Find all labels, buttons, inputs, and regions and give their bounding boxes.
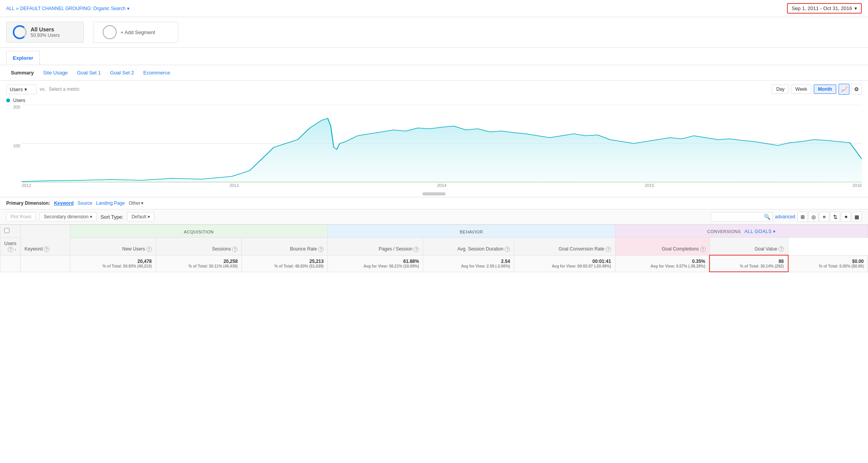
- sub-tabs: Summary Site Usage Goal Set 1 Goal Set 2…: [0, 65, 868, 81]
- total-goal-value: $0.00 % of Total: 0.00% ($0.00): [788, 255, 868, 272]
- add-segment-button[interactable]: + Add Segment: [93, 22, 178, 43]
- acquisition-group-header: Acquisition: [70, 225, 327, 238]
- sub-tab-goal-set-2[interactable]: Goal Set 2: [105, 68, 138, 77]
- grid-view-btn[interactable]: ⊞: [797, 212, 808, 222]
- bounce-rate-help-icon[interactable]: ?: [318, 247, 324, 252]
- add-segment-circle-icon: [103, 25, 117, 39]
- time-btn-day[interactable]: Day: [772, 85, 789, 94]
- sub-tab-summary[interactable]: Summary: [6, 68, 38, 77]
- total-pages-avg: Avg for View: 2.59 (-2.06%): [427, 264, 510, 268]
- users-col-header[interactable]: Users ? ↓: [0, 238, 21, 256]
- dim-other-dropdown[interactable]: Other ▾: [129, 200, 143, 206]
- all-users-segment[interactable]: All Users 50.93% Users: [6, 22, 84, 43]
- goal-completions-col-header[interactable]: Goal Completions ?: [615, 238, 710, 256]
- vs-label: vs.: [40, 86, 46, 92]
- pie-view-btn[interactable]: ◎: [808, 212, 818, 222]
- legend-label: Users: [13, 98, 25, 103]
- bounce-rate-col-header[interactable]: Bounce Rate ?: [242, 238, 328, 256]
- total-label-cell: [21, 255, 70, 272]
- select-metric[interactable]: Select a metric: [49, 86, 79, 92]
- total-avg-session: 00:01:41 Avg for View: 00:02:07 (-20.49%…: [514, 255, 615, 272]
- pages-session-help-icon[interactable]: ?: [413, 247, 419, 252]
- select-all-checkbox[interactable]: [4, 228, 9, 233]
- new-users-col-header[interactable]: New Users ?: [70, 238, 156, 256]
- goal-completions-help-icon[interactable]: ?: [700, 247, 706, 252]
- goal-value-col-header[interactable]: Goal Value ?: [710, 238, 788, 256]
- time-btn-month[interactable]: Month: [814, 85, 836, 94]
- data-table-wrapper: Keyword ? Acquisition Behavior Conversio…: [0, 225, 868, 272]
- goal-conv-rate-help-icon[interactable]: ?: [606, 247, 611, 252]
- scroll-indicator[interactable]: [0, 192, 868, 195]
- bar-view-btn[interactable]: ≡: [819, 212, 829, 222]
- sort-arrow-icon: ↓: [14, 247, 16, 251]
- metric-dropdown[interactable]: Users ▾: [6, 85, 37, 94]
- chart-type-buttons: 📈 ⚙: [839, 84, 862, 95]
- line-chart-btn[interactable]: 📈: [839, 84, 849, 95]
- sessions-help-icon[interactable]: ?: [232, 247, 238, 252]
- avg-session-help-icon[interactable]: ?: [505, 247, 510, 252]
- dim-landing-page[interactable]: Landing Page: [96, 200, 125, 206]
- table-controls-right: 🔍 advanced ⊞ ◎ ≡ ⇅ ✦ ▦: [711, 212, 862, 222]
- plot-rows-button: Plot Rows: [6, 212, 36, 221]
- avg-session-col-header[interactable]: Avg. Session Duration ?: [423, 238, 514, 256]
- keyword-header[interactable]: Keyword ?: [21, 225, 70, 256]
- y-label-100: 100: [6, 143, 20, 148]
- data-table: Keyword ? Acquisition Behavior Conversio…: [0, 225, 868, 272]
- chart-legend: Users: [6, 98, 862, 103]
- primary-dim-label: Primary Dimension:: [6, 200, 50, 206]
- explorer-tabs: Explorer: [0, 48, 868, 65]
- breadcrumb-all[interactable]: ALL: [6, 6, 14, 11]
- breadcrumb-dropdown[interactable]: ▾: [127, 6, 129, 11]
- sub-tab-goal-set-1[interactable]: Goal Set 1: [72, 68, 105, 77]
- total-bounce-avg: Avg for View: 56.21% (10.09%): [332, 264, 419, 268]
- new-users-help-icon[interactable]: ?: [146, 247, 152, 252]
- search-icon[interactable]: 🔍: [764, 214, 770, 220]
- breadcrumb-sep: »: [16, 6, 19, 11]
- total-new-users-pct: % of Total: 50.11% (40,430): [160, 264, 238, 268]
- breadcrumb-channel[interactable]: DEFAULT CHANNEL GROUPING: Organic Search: [20, 6, 126, 11]
- x-label-2015: 2015: [645, 183, 654, 188]
- total-conv-rate-avg: Avg for View: 0.57% (-38.28%): [619, 264, 705, 268]
- total-sessions: 25,213 % of Total: 48.83% (51,639): [242, 255, 328, 272]
- advanced-filter-link[interactable]: advanced: [775, 214, 795, 219]
- x-label-2014: 2014: [437, 183, 446, 188]
- time-btn-week[interactable]: Week: [791, 85, 811, 94]
- x-label-2016: 2016: [852, 183, 862, 188]
- table-controls: Plot Rows Secondary dimension ▾ Sort Typ…: [0, 209, 868, 225]
- table-search-input[interactable]: [711, 212, 773, 221]
- checkbox-header[interactable]: [0, 225, 21, 238]
- total-completions-pct: % of Total: 30.14% (292): [714, 264, 784, 268]
- total-users-pct: % of Total: 50.93% (40,210): [74, 264, 152, 268]
- sessions-col-header[interactable]: Sessions ?: [156, 238, 242, 256]
- tab-explorer[interactable]: Explorer: [6, 51, 40, 65]
- top-bar: ALL » DEFAULT CHANNEL GROUPING: Organic …: [0, 0, 868, 17]
- sub-tab-ecommerce[interactable]: Ecommerce: [139, 68, 175, 77]
- users-help-icon[interactable]: ?: [8, 247, 13, 252]
- percent-view-btn[interactable]: ▦: [852, 212, 862, 222]
- total-new-users: 20,258 % of Total: 50.11% (40,430): [156, 255, 242, 272]
- y-label-200: 200: [6, 105, 20, 109]
- x-axis-labels: 2012 2013 2014 2015 2016: [6, 182, 862, 188]
- dim-keyword[interactable]: Keyword: [54, 200, 74, 206]
- compare-view-btn[interactable]: ⇅: [830, 212, 840, 222]
- scatter-chart-btn[interactable]: ⚙: [851, 84, 862, 95]
- dim-source[interactable]: Source: [78, 200, 92, 206]
- chart-controls: Users ▾ vs. Select a metric Day Week Mon…: [0, 81, 868, 98]
- keyword-help-icon[interactable]: ?: [44, 247, 49, 252]
- scroll-thumb[interactable]: [422, 192, 446, 195]
- secondary-dimension-button[interactable]: Secondary dimension ▾: [40, 212, 96, 221]
- pivot-view-btn[interactable]: ✦: [841, 212, 851, 222]
- goal-value-help-icon[interactable]: ?: [778, 246, 784, 252]
- sort-type-label: Sort Type:: [100, 214, 123, 220]
- metric-selector: Users ▾ vs. Select a metric: [6, 85, 79, 94]
- sub-tab-site-usage[interactable]: Site Usage: [38, 68, 72, 77]
- all-goals-dropdown[interactable]: All Goals ▾: [744, 229, 776, 234]
- segment-sub: 50.93% Users: [31, 33, 60, 38]
- pages-session-col-header[interactable]: Pages / Session ?: [328, 238, 423, 256]
- breadcrumb: ALL » DEFAULT CHANNEL GROUPING: Organic …: [6, 6, 129, 11]
- date-range-picker[interactable]: Sep 1, 2011 - Oct 31, 2016 ▾: [787, 3, 862, 14]
- sort-type-button[interactable]: Default ▾: [127, 212, 154, 221]
- goal-conv-rate-col-header[interactable]: Goal Conversion Rate ?: [514, 238, 615, 256]
- time-controls: Day Week Month 📈 ⚙: [772, 84, 862, 95]
- behavior-group-header: Behavior: [328, 225, 615, 238]
